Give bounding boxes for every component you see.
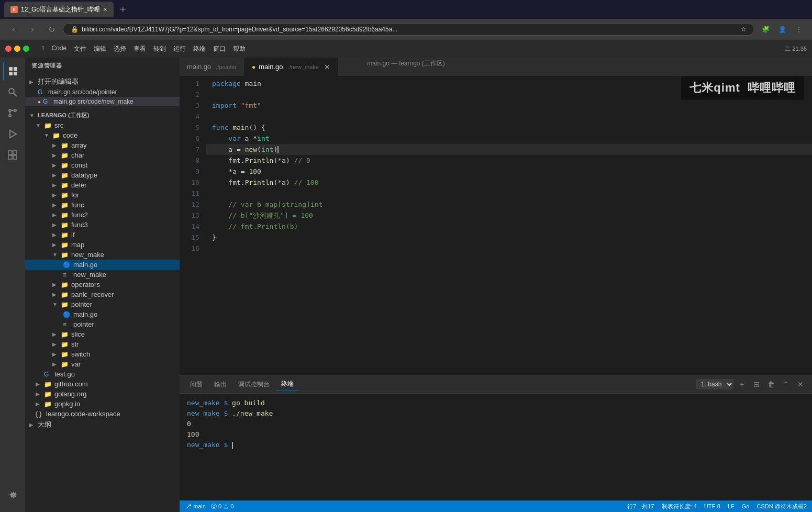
folder-slice[interactable]: ▶ 📁 slice	[25, 329, 180, 339]
folder-dagang[interactable]: ▶ 大纲	[25, 419, 180, 430]
folder-datatype[interactable]: ▶ 📁 datatype	[25, 170, 180, 180]
folder-github[interactable]: ▶ 📁 github.com	[25, 379, 180, 389]
terminal-close-btn[interactable]: ✕	[794, 378, 807, 391]
status-row-col[interactable]: 行7，列17	[627, 503, 654, 510]
terminal-tab-problems[interactable]: 问题	[185, 378, 208, 391]
terminal-collapse-btn[interactable]: ⌃	[780, 378, 792, 391]
folder-operators[interactable]: ▶ 📁 operators	[25, 280, 180, 290]
folder-panic-recover[interactable]: ▶ 📁 panic_recover	[25, 290, 180, 299]
svg-rect-12	[8, 155, 12, 159]
svg-point-4	[9, 88, 14, 94]
forward-btn[interactable]: ›	[25, 22, 40, 37]
folder-for[interactable]: ▶ 📁 for	[25, 190, 180, 200]
str-arrow: ▶	[52, 341, 61, 347]
func3-label: func3	[71, 221, 88, 229]
close-dot[interactable]	[5, 46, 12, 52]
menu-view[interactable]: 查看	[134, 44, 146, 53]
folder-pointer[interactable]: ▼ 📁 pointer	[25, 299, 180, 309]
menu-select[interactable]: 选择	[114, 44, 126, 53]
minimize-dot[interactable]	[14, 46, 20, 52]
file-pointer-sub[interactable]: ≡ pointer	[25, 319, 180, 329]
folder-golang[interactable]: ▶ 📁 golang.org	[25, 389, 180, 399]
activity-debug[interactable]	[3, 125, 22, 143]
status-tab-size[interactable]: 制表符长度: 4	[662, 503, 697, 510]
status-line-ending[interactable]: LF	[728, 503, 735, 509]
tab2-close-btn[interactable]: ✕	[324, 63, 330, 71]
status-errors[interactable]: ⓪ 0 △ 0	[211, 503, 233, 510]
array-folder-icon: 📁	[61, 142, 69, 149]
code-editor[interactable]: package main import "fmt" func main() { …	[206, 76, 812, 375]
open-file-pointer[interactable]: G main.go src/code/pointer	[25, 87, 180, 97]
reload-btn[interactable]: ↻	[44, 22, 59, 37]
maximize-dot[interactable]	[23, 46, 29, 52]
status-encoding[interactable]: UTF-8	[704, 503, 720, 509]
folder-func3[interactable]: ▶ 📁 func3	[25, 220, 180, 230]
terminal-shell-select[interactable]: 1: bash	[696, 379, 733, 389]
folder-func[interactable]: ▶ 📁 func	[25, 200, 180, 210]
folder-defer[interactable]: ▶ 📁 defer	[25, 180, 180, 190]
file-new-make-sub[interactable]: ≡ new_make	[25, 270, 180, 280]
terminal-trash-btn[interactable]: 🗑	[765, 378, 777, 391]
address-bar[interactable]: 🔒 bilibili.com/video/BV1ZJ411W7jG/?p=12&…	[63, 23, 754, 36]
back-btn[interactable]: ‹	[6, 22, 21, 37]
menu-code[interactable]: Code	[51, 44, 66, 53]
activity-settings[interactable]	[3, 485, 22, 504]
switch-label: switch	[71, 350, 90, 358]
menu-run[interactable]: 运行	[173, 44, 186, 53]
folder-array[interactable]: ▶ 📁 array	[25, 140, 180, 150]
editor-content[interactable]: 1 2 3 4 5 6 7 8 9 10 11 12 13 14 15 16	[180, 76, 812, 375]
folder-func2[interactable]: ▶ 📁 func2	[25, 210, 180, 220]
extensions-icon[interactable]: 🧩	[759, 23, 772, 36]
menu-goto[interactable]: 转到	[153, 44, 166, 53]
folder-switch[interactable]: ▶ 📁 switch	[25, 349, 180, 359]
var-folder-icon: 📁	[61, 361, 69, 368]
activity-search[interactable]	[3, 83, 22, 102]
const-folder-icon: 📁	[61, 162, 69, 169]
new-tab-btn[interactable]: +	[116, 4, 130, 16]
menu-icon[interactable]: ⋮	[792, 23, 806, 36]
workspace-header[interactable]: ▼ LEARNGO (工作区)	[25, 110, 180, 120]
menu-file[interactable]: 文件	[74, 44, 86, 53]
menu-edit[interactable]: 编辑	[94, 44, 106, 53]
browser-tab-active[interactable]: B 12_Go语言基础之指针_哔哩 ×	[4, 2, 114, 17]
file-pointer-main[interactable]: 🔵 main.go	[25, 309, 180, 319]
activity-extensions[interactable]	[3, 146, 22, 164]
folder-map[interactable]: ▶ 📁 map	[25, 240, 180, 250]
open-file-new-make[interactable]: ● G main.go src/code/new_make	[25, 97, 180, 106]
menu-help[interactable]: 帮助	[233, 44, 246, 53]
menu-window[interactable]: 窗口	[213, 44, 226, 53]
file-workspace[interactable]: { } learngo.code-workspace	[25, 409, 180, 419]
folder-var[interactable]: ▶ 📁 var	[25, 359, 180, 369]
folder-src[interactable]: ▼ 📁 src	[25, 120, 180, 130]
profile-icon[interactable]: 👤	[775, 23, 789, 36]
bookmark-icon[interactable]: ☆	[741, 26, 747, 33]
folder-new-make[interactable]: ▼ 📁 new_make	[25, 250, 180, 260]
file-main-go[interactable]: 🔵 main.go	[25, 260, 180, 270]
status-csdn[interactable]: CSDN @待木成槁2	[757, 503, 807, 510]
open-file2-label: main.go src/code/new_make	[53, 98, 134, 105]
open-editors-header[interactable]: ▶ 打开的编辑器	[25, 76, 180, 87]
terminal-content[interactable]: new_make $ go build new_make $ ./new_mak…	[180, 394, 812, 500]
folder-code[interactable]: ▼ 📁 code	[25, 130, 180, 140]
editor-tab-new-make[interactable]: ● main.go ../new_make ✕	[244, 58, 338, 76]
status-git-branch[interactable]: ⎇ main	[185, 503, 206, 510]
tab1-path: ../pointer	[214, 64, 237, 70]
terminal-split-btn[interactable]: ⊟	[750, 378, 763, 391]
status-language[interactable]: Go	[742, 503, 750, 509]
terminal-add-btn[interactable]: +	[736, 378, 748, 391]
folder-gopkg[interactable]: ▶ 📁 gopkg.in	[25, 399, 180, 409]
folder-if[interactable]: ▶ 📁 if	[25, 230, 180, 240]
menu-apple[interactable]: 	[42, 44, 44, 53]
terminal-tab-terminal[interactable]: 终端	[276, 377, 299, 391]
folder-char[interactable]: ▶ 📁 char	[25, 150, 180, 160]
editor-tab-pointer[interactable]: main.go ../pointer	[180, 58, 244, 76]
folder-str[interactable]: ▶ 📁 str	[25, 339, 180, 349]
file-test-go[interactable]: G test.go	[25, 369, 180, 379]
folder-const[interactable]: ▶ 📁 const	[25, 160, 180, 170]
activity-explorer[interactable]	[3, 62, 22, 81]
tab-close-btn[interactable]: ×	[103, 5, 107, 14]
activity-git[interactable]	[3, 104, 22, 123]
terminal-tab-debug[interactable]: 调试控制台	[233, 378, 275, 391]
terminal-tab-output[interactable]: 输出	[209, 378, 232, 391]
menu-terminal[interactable]: 终端	[193, 44, 206, 53]
